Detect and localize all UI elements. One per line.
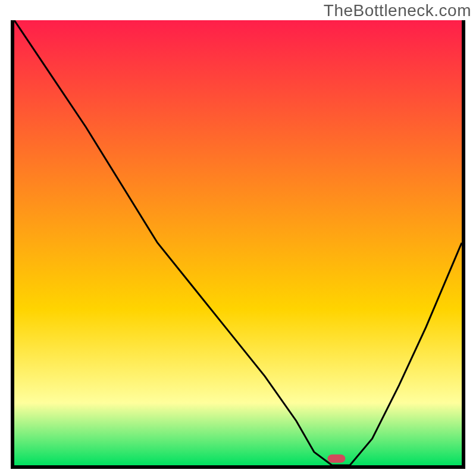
bottleneck-chart xyxy=(14,20,462,465)
optimal-point-marker xyxy=(327,455,345,463)
gradient-background xyxy=(14,20,462,465)
watermark-text: TheBottleneck.com xyxy=(324,1,471,20)
